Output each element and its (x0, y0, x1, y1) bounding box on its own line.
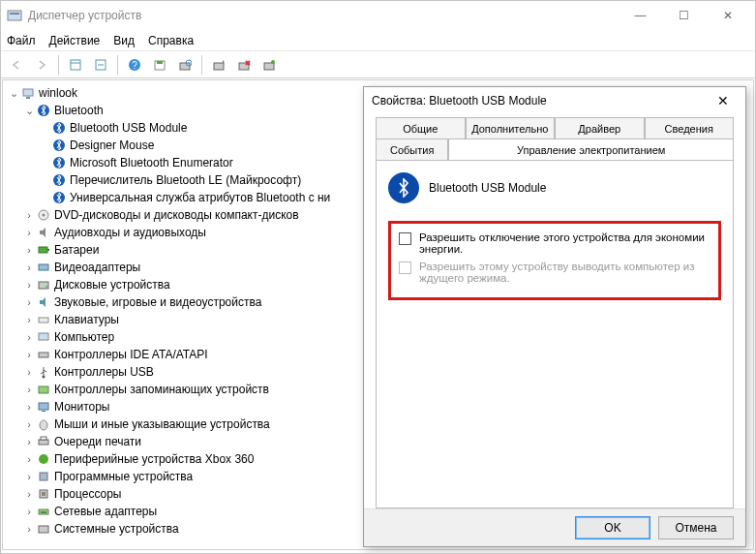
svg-rect-28 (39, 247, 47, 253)
sound-icon (36, 294, 51, 310)
window-titlebar: Диспетчер устройств — ☐ ✕ (1, 1, 755, 30)
network-icon (36, 504, 51, 519)
svg-rect-2 (71, 60, 80, 70)
menu-file[interactable]: Файл (7, 34, 36, 47)
bluetooth-icon (51, 138, 67, 153)
computer-icon (36, 329, 51, 345)
svg-rect-42 (41, 437, 46, 440)
bluetooth-icon (36, 103, 51, 118)
svg-rect-38 (39, 403, 48, 410)
menu-help[interactable]: Справка (148, 34, 194, 47)
svg-rect-9 (157, 61, 163, 64)
keyboard-icon (36, 312, 51, 327)
close-button[interactable]: ✕ (706, 1, 749, 30)
xbox-icon (36, 451, 51, 467)
printer-icon (36, 434, 51, 449)
toolbar-btn-3[interactable] (148, 54, 171, 76)
uninstall-button[interactable] (232, 54, 256, 76)
tab-general[interactable]: Общие (376, 117, 466, 138)
dvd-icon (36, 207, 51, 223)
svg-rect-10 (180, 63, 190, 70)
checkbox-allow-turnoff[interactable]: Разрешить отключение этого устройства дл… (399, 231, 711, 255)
system-icon (36, 521, 51, 537)
app-icon (7, 8, 22, 23)
help-button[interactable]: ? (123, 54, 146, 76)
dialog-titlebar: Свойства: Bluetooth USB Module ✕ (364, 87, 745, 113)
tab-driver[interactable]: Драйвер (555, 117, 645, 138)
software-icon (36, 469, 51, 484)
minimize-button[interactable]: — (619, 1, 662, 30)
svg-rect-29 (47, 249, 49, 251)
checkbox-icon[interactable] (399, 232, 411, 245)
checkbox-icon (399, 262, 411, 274)
svg-point-40 (40, 420, 47, 430)
ok-button[interactable]: OK (575, 516, 650, 539)
tab-events[interactable]: События (376, 138, 448, 160)
svg-rect-1 (10, 13, 19, 15)
svg-rect-18 (23, 89, 33, 96)
tab-panel-power: Bluetooth USB Module Разрешить отключени… (376, 160, 734, 508)
svg-rect-31 (39, 282, 48, 289)
tab-power-management[interactable]: Управление электропитанием (448, 138, 734, 160)
window-title: Диспетчер устройств (28, 9, 619, 22)
svg-point-17 (271, 60, 275, 64)
ide-icon (36, 347, 51, 362)
svg-rect-12 (214, 63, 224, 70)
bluetooth-icon (51, 120, 67, 136)
battery-icon (36, 242, 51, 258)
mouse-icon (36, 416, 51, 432)
forward-button (30, 54, 53, 76)
menu-view[interactable]: Вид (113, 34, 135, 47)
cpu-icon (36, 486, 51, 502)
toolbar: ? (1, 51, 755, 78)
cancel-button[interactable]: Отмена (658, 516, 734, 539)
svg-rect-30 (39, 264, 48, 270)
svg-rect-19 (26, 97, 30, 99)
update-driver-button[interactable] (207, 54, 230, 76)
scan-hardware-button[interactable] (173, 54, 197, 76)
svg-point-43 (39, 454, 48, 464)
svg-text:?: ? (132, 60, 137, 71)
svg-rect-35 (39, 353, 48, 357)
properties-dialog: Свойства: Bluetooth USB Module ✕ Общие Д… (363, 86, 746, 547)
highlighted-options: Разрешить отключение этого устройства дл… (388, 221, 721, 300)
svg-rect-44 (40, 473, 47, 480)
bluetooth-icon (388, 172, 419, 203)
disable-button[interactable] (257, 54, 281, 76)
svg-point-36 (43, 376, 45, 379)
svg-rect-49 (39, 526, 48, 533)
menubar: Файл Действие Вид Справка (1, 30, 755, 51)
svg-rect-37 (39, 386, 48, 393)
toolbar-btn-2[interactable] (89, 54, 112, 76)
svg-point-32 (45, 286, 47, 288)
usb-icon (36, 364, 51, 380)
svg-rect-46 (42, 492, 45, 496)
maximize-button[interactable]: ☐ (662, 1, 706, 30)
svg-rect-0 (8, 11, 21, 20)
audio-icon (36, 225, 51, 240)
tab-details[interactable]: Сведения (645, 117, 735, 138)
svg-rect-16 (264, 63, 274, 70)
bluetooth-icon (51, 155, 67, 170)
toolbar-btn-1[interactable] (64, 54, 87, 76)
tab-advanced[interactable]: Дополнительно (466, 117, 556, 138)
display-adapter-icon (36, 260, 51, 275)
storage-icon (36, 382, 51, 397)
svg-rect-41 (39, 440, 48, 445)
monitor-icon (36, 399, 51, 415)
checkbox-allow-wake: Разрешить этому устройству выводить комп… (399, 261, 711, 284)
svg-rect-48 (41, 511, 46, 513)
disk-icon (36, 277, 51, 292)
dialog-title: Свойства: Bluetooth USB Module (372, 94, 709, 108)
svg-rect-39 (42, 411, 45, 412)
device-name-label: Bluetooth USB Module (429, 181, 546, 195)
bluetooth-icon (51, 172, 67, 188)
back-button (5, 54, 28, 76)
bluetooth-icon (51, 190, 67, 205)
svg-rect-33 (39, 318, 48, 323)
menu-action[interactable]: Действие (49, 34, 101, 47)
svg-point-27 (43, 214, 45, 217)
computer-icon (20, 85, 36, 101)
svg-rect-34 (39, 333, 48, 340)
dialog-close-button[interactable]: ✕ (709, 93, 738, 108)
